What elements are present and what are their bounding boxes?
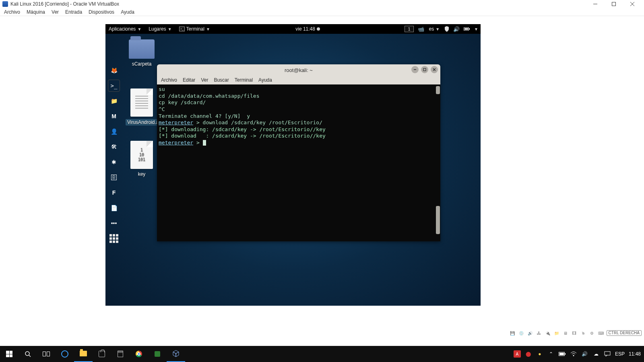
keyboard-layout-label: es [429, 26, 434, 32]
sb-shared-folder-icon[interactable]: 📁 [553, 330, 560, 336]
scrollbar-thumb[interactable] [436, 86, 440, 94]
term-menu-buscar[interactable]: Buscar [214, 77, 229, 83]
dock-armitage[interactable]: 👤 [108, 125, 120, 138]
taskbar-virtualbox[interactable] [167, 346, 185, 362]
virtualbox-menubar: Archivo Máquina Ver Entrada Dispositivos… [0, 8, 644, 16]
terminal-titlebar[interactable]: root@kali: ~ [157, 64, 440, 76]
terminal-menubar: Archivo Editar Ver Buscar Terminal Ayuda [157, 76, 440, 84]
term-menu-archivo[interactable]: Archivo [161, 77, 177, 83]
start-button[interactable] [0, 346, 19, 362]
terminal-scrollbar[interactable] [436, 84, 440, 241]
tray-wifi-icon[interactable] [570, 350, 577, 358]
sb-settings-icon[interactable]: ⚙ [589, 330, 595, 336]
sb-network-icon[interactable]: 🖧 [536, 330, 542, 336]
vb-menu-ayuda[interactable]: Ayuda [118, 8, 138, 16]
dock-burpsuite[interactable]: 🛠 [108, 141, 120, 153]
chevron-down-icon[interactable]: ▼ [474, 27, 478, 31]
term-menu-ayuda[interactable]: Ayuda [258, 77, 272, 83]
task-view-button[interactable] [37, 346, 56, 362]
topbar-tray: 1 📹 es ▼ 🔊 ▼ [405, 26, 478, 32]
taskbar-app-green[interactable] [148, 346, 167, 362]
vb-menu-archivo[interactable]: Archivo [1, 8, 23, 16]
virtualbox-icon [2, 1, 8, 7]
keyboard-layout[interactable]: es ▼ [428, 26, 441, 32]
sb-optical-icon[interactable]: 💿 [518, 330, 524, 336]
dock-show-apps[interactable] [108, 232, 120, 245]
taskbar-file-explorer[interactable] [74, 346, 93, 362]
dock-iceweasel[interactable]: 🦊 [108, 64, 120, 76]
sb-audio-icon[interactable]: 🔊 [527, 330, 533, 336]
term-line: [*] download : /sdcard/key -> /root/Escr… [159, 133, 439, 140]
desktop-folder-scarpeta[interactable]: sCarpeta [126, 39, 158, 67]
tray-clock[interactable]: 11:48 [629, 351, 641, 357]
svg-point-20 [573, 355, 574, 356]
topbar-places[interactable]: Lugares ▼ [148, 26, 172, 32]
vb-menu-maquina[interactable]: Máquina [23, 8, 48, 16]
term-menu-ver[interactable]: Ver [201, 77, 208, 83]
sb-keyboard-icon[interactable]: ⌨ [598, 330, 604, 336]
terminal-window[interactable]: root@kali: ~ Archivo Editar Ver Buscar T… [157, 64, 440, 241]
dock-beef[interactable]: 🄱 [108, 171, 120, 183]
taskbar-store[interactable] [93, 346, 111, 362]
tray-language[interactable]: ESP [615, 351, 625, 357]
sb-usb-icon[interactable]: 🔌 [545, 330, 551, 336]
dock-files[interactable]: 📁 [108, 95, 120, 107]
sb-video-icon[interactable]: 🎞 [571, 330, 578, 336]
cube-icon [172, 350, 180, 357]
dock-metasploit[interactable]: M [108, 110, 120, 122]
topbar-applications[interactable]: Aplicaciones ▼ [108, 26, 142, 32]
dock-faraday[interactable]: F [108, 187, 120, 199]
sb-mouse-icon[interactable]: 🖱 [580, 330, 586, 336]
tray-antivirus-icon[interactable]: ⬤ [525, 350, 532, 358]
sb-hdd-icon[interactable]: 💾 [509, 330, 516, 336]
window-maximize-button[interactable] [605, 0, 623, 8]
topbar-clock[interactable]: vie 11:48 [295, 26, 321, 32]
camera-icon[interactable]: 📹 [418, 26, 424, 32]
tray-volume-icon[interactable]: 🔊 [581, 350, 588, 358]
terminal-body[interactable]: su cd /data/data/com.whatsapp/files cp k… [157, 84, 440, 241]
tray-action-center-icon[interactable] [604, 350, 611, 358]
battery-icon[interactable] [464, 27, 470, 31]
window-minimize-button[interactable] [586, 0, 605, 8]
taskbar-chrome[interactable] [130, 346, 148, 362]
taskbar-calculator[interactable] [111, 346, 130, 362]
term-line: cd /data/data/com.whatsapp/files [159, 93, 439, 100]
dock-leafpad[interactable]: 📄 [108, 202, 120, 214]
dock-terminal[interactable]: >_ [108, 80, 120, 92]
taskbar-edge[interactable] [56, 346, 74, 362]
term-menu-editar[interactable]: Editar [183, 77, 195, 83]
chevron-down-icon: ▼ [206, 27, 210, 31]
chevron-down-icon: ▼ [436, 27, 440, 31]
virtualbox-statusbar: 💾 💿 🔊 🖧 🔌 📁 🖥 🎞 🖱 ⚙ ⌨ CTRL DERECHA [0, 329, 644, 337]
terminal-maximize-button[interactable] [421, 66, 428, 73]
kali-dock: 🦊 >_ 📁 M 👤 🛠 ✱ 🄱 F 📄 ••• [108, 64, 123, 245]
desktop-file-virusandroid[interactable]: VirusAndroid.apk [126, 88, 158, 125]
topbar-terminal[interactable]: >_ Terminal ▼ [178, 26, 211, 32]
terminal-close-button[interactable] [431, 66, 438, 73]
term-menu-terminal[interactable]: Terminal [235, 77, 253, 83]
terminal-minimize-button[interactable] [411, 66, 419, 73]
scrollbar-thumb[interactable] [436, 206, 440, 234]
vb-menu-ver[interactable]: Ver [48, 8, 62, 16]
vb-menu-dispositivos[interactable]: Dispositivos [85, 8, 118, 16]
term-line: su [159, 86, 439, 93]
tray-cloud-icon[interactable]: ● [536, 350, 543, 358]
tray-overflow-icon[interactable]: ⌃ [547, 350, 555, 358]
desktop-file-key[interactable]: 1 10 101 key [126, 141, 158, 177]
security-icon[interactable] [444, 26, 449, 32]
vb-menu-entrada[interactable]: Entrada [62, 8, 85, 16]
volume-icon[interactable]: 🔊 [453, 26, 460, 32]
dock-maltego[interactable]: ✱ [108, 156, 120, 168]
tray-adobe-icon[interactable]: A [514, 350, 521, 358]
topbar-clock-label: vie 11:48 [295, 26, 315, 32]
dock-tweak-tool[interactable]: ••• [108, 217, 120, 229]
taskbar-search-button[interactable] [19, 346, 37, 362]
window-close-button[interactable] [623, 0, 642, 8]
workspace-indicator[interactable]: 1 [405, 26, 413, 32]
kali-desktop[interactable]: Aplicaciones ▼ Lugares ▼ >_ Terminal ▼ v… [105, 24, 481, 306]
svg-rect-16 [47, 352, 50, 356]
tray-onedrive-icon[interactable]: ☁ [592, 350, 600, 358]
svg-rect-1 [612, 2, 616, 6]
sb-display-icon[interactable]: 🖥 [562, 330, 569, 336]
tray-battery-icon[interactable] [559, 350, 566, 358]
